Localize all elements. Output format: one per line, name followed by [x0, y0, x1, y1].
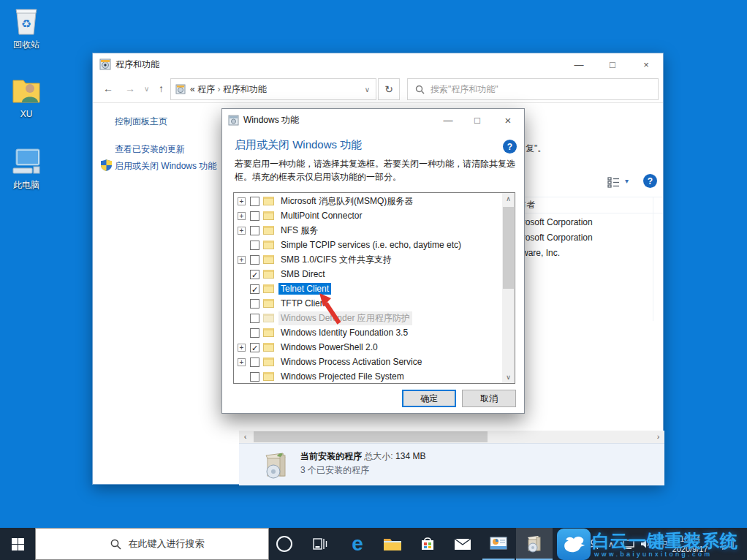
- people-icon[interactable]: [585, 528, 602, 560]
- network-icon[interactable]: [620, 528, 637, 560]
- desktop-icon-this-pc[interactable]: 此电脑: [0, 145, 53, 192]
- feature-row[interactable]: +Windows Defender 应用程序防护: [234, 311, 502, 325]
- main-window-titlebar[interactable]: 程序和功能 — □ ×: [93, 53, 663, 75]
- feature-row[interactable]: +NFS 服务: [234, 223, 502, 238]
- feature-row[interactable]: +Simple TCPIP services (i.e. echo, dayti…: [234, 238, 502, 252]
- expand-toggle-icon[interactable]: +: [238, 227, 246, 235]
- table-row[interactable]: Microsoft Corporation: [509, 232, 699, 248]
- help-icon[interactable]: ?: [643, 174, 657, 188]
- scrollbar-thumb[interactable]: [503, 207, 514, 289]
- feature-checkbox[interactable]: [250, 211, 259, 221]
- search-box[interactable]: 搜索"程序和功能": [407, 78, 659, 100]
- feature-checkbox[interactable]: ✓: [250, 270, 259, 279]
- scroll-left-icon[interactable]: ‹: [239, 431, 251, 443]
- forward-button[interactable]: →: [125, 83, 135, 94]
- view-list-icon[interactable]: [607, 177, 620, 188]
- feature-row[interactable]: +Microsoft 消息队列(MSMQ)服务器: [234, 194, 502, 208]
- ime-indicator[interactable]: 中: [655, 528, 671, 560]
- volume-icon[interactable]: [637, 528, 655, 560]
- expand-toggle-icon[interactable]: +: [238, 256, 246, 264]
- scroll-right-icon[interactable]: ›: [652, 431, 664, 443]
- feature-checkbox[interactable]: [250, 226, 259, 235]
- recycle-bin-icon: ♻: [10, 4, 42, 37]
- refresh-button[interactable]: ↻: [378, 78, 400, 100]
- start-button[interactable]: [0, 528, 35, 560]
- feature-label: MultiPoint Connector: [278, 210, 364, 222]
- scrollbar-thumb[interactable]: [254, 431, 488, 442]
- feature-row[interactable]: +✓Windows PowerShell 2.0: [234, 340, 502, 355]
- mail-button[interactable]: [446, 528, 479, 560]
- column-header-publisher[interactable]: 发布者: [509, 199, 699, 211]
- dialog-vertical-scrollbar[interactable]: ∧ ∨: [502, 193, 515, 383]
- sidebar-item-turn-windows-features[interactable]: 启用或关闭 Windows 功能: [115, 160, 216, 173]
- feature-checkbox[interactable]: ✓: [250, 284, 259, 294]
- feature-checkbox[interactable]: [250, 255, 259, 265]
- sidebar-item-view-updates[interactable]: 查看已安装的更新: [115, 143, 185, 156]
- taskbar-search-input[interactable]: 在此键入进行搜索: [35, 528, 269, 560]
- edge-button[interactable]: e: [341, 528, 374, 560]
- table-row[interactable]: Microsoft Corporation: [509, 217, 699, 232]
- feature-row[interactable]: +✓Telnet Client: [234, 281, 502, 296]
- feature-checkbox[interactable]: [250, 372, 259, 382]
- feature-checkbox[interactable]: [250, 328, 259, 338]
- details-count: 3 个已安装的程序: [300, 464, 369, 477]
- desktop-icon-recycle-bin[interactable]: ♻ 回收站: [0, 4, 53, 51]
- feature-checkbox[interactable]: [250, 357, 259, 367]
- feature-row[interactable]: +TFTP Client: [234, 296, 502, 311]
- breadcrumb-current[interactable]: 程序和功能: [223, 84, 267, 94]
- ok-button[interactable]: 确定: [402, 390, 456, 407]
- scroll-down-icon[interactable]: ∨: [502, 374, 515, 381]
- table-row[interactable]: VMware, Inc.: [509, 248, 699, 263]
- expand-toggle-icon[interactable]: +: [238, 212, 246, 220]
- programs-features-taskbar-button[interactable]: [516, 528, 553, 560]
- feature-checkbox[interactable]: [250, 241, 259, 250]
- feature-checkbox[interactable]: [250, 299, 259, 309]
- details-size-value: 134 MB: [395, 451, 425, 461]
- feature-row[interactable]: +MultiPoint Connector: [234, 208, 502, 223]
- expand-toggle-icon[interactable]: +: [238, 344, 246, 352]
- view-dropdown-icon[interactable]: ▾: [625, 177, 629, 185]
- dialog-titlebar[interactable]: Windows 功能 — □ ×: [222, 109, 524, 131]
- feature-row[interactable]: +Windows Process Activation Service: [234, 355, 502, 369]
- clock[interactable]: 10:54 2020/9/17: [671, 528, 709, 560]
- address-bar[interactable]: « 程序 › 程序和功能 ∨: [170, 78, 376, 100]
- action-center-button[interactable]: [716, 528, 738, 560]
- scroll-up-icon[interactable]: ∧: [502, 195, 515, 203]
- control-panel-window-button[interactable]: [482, 528, 515, 560]
- dialog-close-button[interactable]: ×: [492, 109, 524, 131]
- minimize-button[interactable]: —: [562, 53, 596, 75]
- cancel-button[interactable]: 取消: [462, 390, 516, 407]
- breadcrumb[interactable]: « 程序 › 程序和功能: [190, 83, 267, 96]
- feature-row[interactable]: +✓SMB Direct: [234, 267, 502, 281]
- feature-row[interactable]: +Windows Identity Foundation 3.5: [234, 325, 502, 340]
- expand-toggle-icon[interactable]: +: [238, 197, 246, 205]
- store-button[interactable]: [411, 528, 444, 560]
- horizontal-scrollbar[interactable]: ‹ ›: [239, 431, 664, 443]
- feature-checkbox[interactable]: [250, 197, 259, 206]
- features-listbox[interactable]: +Microsoft 消息队列(MSMQ)服务器+MultiPoint Conn…: [233, 192, 515, 384]
- dialog-help-icon[interactable]: ?: [503, 140, 517, 154]
- back-button[interactable]: ←: [103, 83, 113, 94]
- feature-checkbox[interactable]: ✓: [250, 343, 259, 352]
- feature-checkbox[interactable]: [250, 314, 259, 323]
- hidden-icons-chevron[interactable]: ∧: [604, 528, 618, 560]
- dialog-minimize-button[interactable]: —: [433, 109, 463, 131]
- close-button[interactable]: ×: [629, 53, 663, 75]
- maximize-button[interactable]: □: [596, 53, 629, 75]
- mail-icon: [454, 538, 471, 550]
- breadcrumb-overflow[interactable]: «: [190, 84, 195, 94]
- feature-row[interactable]: +SMB 1.0/CIFS 文件共享支持: [234, 252, 502, 267]
- dialog-maximize-button[interactable]: □: [463, 109, 492, 131]
- task-view-button[interactable]: [304, 528, 336, 560]
- sidebar-item-control-panel-home[interactable]: 控制面板主页: [115, 116, 167, 128]
- feature-row[interactable]: +Windows Projected File System: [234, 369, 502, 384]
- up-button[interactable]: ↑: [159, 83, 164, 94]
- expand-toggle-icon[interactable]: +: [238, 358, 246, 366]
- address-dropdown-icon[interactable]: ∨: [365, 86, 370, 94]
- cortana-button[interactable]: [269, 528, 300, 560]
- file-explorer-button[interactable]: [376, 528, 409, 560]
- breadcrumb-programs[interactable]: 程序: [197, 84, 215, 94]
- installer-box-icon: [526, 533, 543, 553]
- desktop-icon-user-folder[interactable]: XU: [0, 75, 53, 119]
- history-dropdown[interactable]: ∨: [144, 85, 149, 93]
